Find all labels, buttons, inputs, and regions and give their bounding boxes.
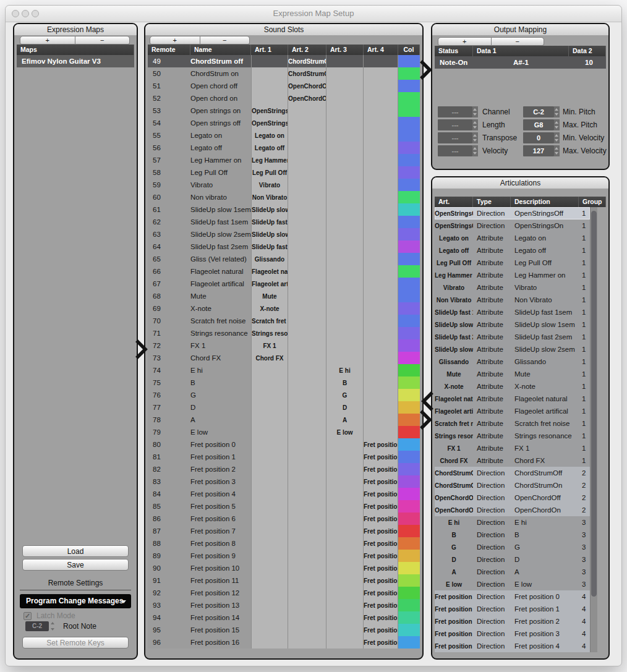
sound-slot-row[interactable]: 74E hiE hi [148, 364, 420, 376]
color-swatch[interactable] [398, 611, 420, 624]
stepper[interactable] [554, 119, 560, 130]
color-swatch[interactable] [398, 587, 420, 599]
color-swatch[interactable] [398, 401, 420, 414]
articulation-row[interactable]: OpenChordOnDirectionOpenChordOn2 [435, 504, 590, 516]
stepper[interactable] [554, 145, 560, 156]
sound-slot-row[interactable]: 91Fret position 11Fret position 11 [148, 574, 420, 587]
color-swatch[interactable] [398, 315, 420, 327]
sound-slot-row[interactable]: 57Leg Hammer onLeg Hammer on [148, 154, 420, 166]
sound-slot-row[interactable]: 54Open strings offOpenStringsOff [148, 117, 420, 129]
color-swatch[interactable] [398, 389, 420, 401]
stepper-up-icon[interactable] [555, 121, 558, 124]
articulation-row[interactable]: ChordStrumOnDirectionChordStrumOn2 [435, 479, 590, 491]
articulation-row[interactable]: Leg Hammer onAttributeLeg Hammer on1 [435, 269, 590, 281]
color-swatch[interactable] [398, 117, 420, 129]
remove-slot-button[interactable]: − [200, 36, 250, 45]
sound-slot-row[interactable]: 65Gliss (Vel related)Glissando [148, 253, 420, 265]
remove-output-button[interactable]: − [492, 37, 545, 46]
sound-slot-row[interactable]: 56Legato offLegato off [148, 142, 420, 154]
sound-slot-row[interactable]: 60Non vibratoNon Vibrato [148, 191, 420, 203]
sound-slot-row[interactable]: 62SlideUp fast 1semSlideUp fast 1sem [148, 216, 420, 228]
color-swatch[interactable] [398, 438, 420, 451]
sound-slot-row[interactable]: 63SlideUp slow 2semSlideUp slow 2sem [148, 228, 420, 240]
articulation-row[interactable]: Fret position 2DirectionFret position 24 [435, 615, 590, 627]
articulation-row[interactable]: SlideUp slow 1semAttributeSlideUp slow 1… [435, 318, 590, 331]
color-swatch[interactable] [398, 364, 420, 376]
max-velocity-value[interactable]: 127 [523, 145, 554, 156]
color-swatch[interactable] [398, 253, 420, 265]
max-pitch-value[interactable]: G8 [523, 119, 554, 130]
color-swatch[interactable] [398, 352, 420, 364]
color-swatch[interactable] [398, 129, 420, 142]
articulation-row[interactable]: GDirectionG3 [435, 541, 590, 553]
stepper-up-icon[interactable] [51, 622, 54, 624]
articulation-row[interactable]: DDirectionD3 [435, 553, 590, 566]
color-swatch[interactable] [398, 166, 420, 179]
color-swatch[interactable] [398, 599, 420, 611]
sound-slot-row[interactable]: 78AA [148, 414, 420, 426]
articulations-scrollbar[interactable] [590, 207, 597, 652]
articulation-row[interactable]: ADirectionA3 [435, 566, 590, 578]
articulation-row[interactable]: MuteAttributeMute1 [435, 368, 590, 380]
color-swatch[interactable] [398, 574, 420, 587]
sound-slot-row[interactable]: 96Fret position 16Fret position 16 [148, 636, 420, 649]
sound-slot-row[interactable]: 80Fret position 0Fret position 0 [148, 438, 420, 451]
color-swatch[interactable] [398, 537, 420, 550]
min-pitch-value[interactable]: C-2 [523, 106, 554, 117]
zoom-window-icon[interactable] [32, 10, 39, 17]
sound-slot-row[interactable]: 50ChordStrum onChordStrumOn [148, 67, 420, 80]
sound-slot-row[interactable]: 68MuteMute [148, 290, 420, 302]
color-swatch[interactable] [398, 414, 420, 426]
color-swatch[interactable] [398, 562, 420, 574]
color-swatch[interactable] [398, 451, 420, 463]
color-swatch[interactable] [398, 278, 420, 290]
stepper-up-icon[interactable] [555, 134, 558, 137]
add-output-button[interactable]: + [438, 37, 492, 46]
color-swatch[interactable] [398, 488, 420, 500]
articulation-row[interactable]: Non VibratoAttributeNon Vibrato1 [435, 294, 590, 306]
sound-slot-row[interactable]: 64SlideUp fast 2semSlideUp fast 2sem [148, 240, 420, 253]
articulation-row[interactable]: Scratch fret noiseAttributeScratch fret … [435, 417, 590, 430]
sound-slot-row[interactable]: 53Open strings onOpenStringsOn [148, 104, 420, 117]
sound-slot-row[interactable]: 70Scratch fret noiseScratch fret noise [148, 315, 420, 327]
sound-slot-row[interactable]: 51Open chord offOpenChordOff [148, 80, 420, 92]
articulation-row[interactable]: E hiDirectionE hi3 [435, 516, 590, 529]
sound-slot-row[interactable]: 76GG [148, 389, 420, 401]
color-swatch[interactable] [398, 636, 420, 649]
color-swatch[interactable] [398, 500, 420, 513]
articulation-row[interactable]: OpenStringsOffDirectionOpenStringsOff1 [435, 207, 590, 219]
sound-slot-row[interactable]: 73Chord FXChord FX [148, 352, 420, 364]
color-swatch[interactable] [398, 513, 420, 525]
sound-slot-row[interactable]: 83Fret position 3Fret position 3 [148, 475, 420, 488]
color-swatch[interactable] [398, 290, 420, 302]
stepper[interactable] [554, 106, 560, 117]
stepper-down-icon[interactable] [555, 126, 558, 129]
sound-slot-row[interactable]: 67Flageolet artificalFlageolet artifical [148, 278, 420, 290]
color-swatch[interactable] [398, 525, 420, 537]
stepper-up-icon[interactable] [555, 147, 558, 150]
color-swatch[interactable] [398, 463, 420, 475]
sound-slot-row[interactable]: 94Fret position 14Fret position 14 [148, 611, 420, 624]
color-swatch[interactable] [398, 265, 420, 278]
sound-slot-row[interactable]: 61SlideUp slow 1semSlideUp slow 1sem [148, 203, 420, 216]
sound-slot-row[interactable]: 49ChordStrum offChordStrumOff [148, 55, 420, 67]
color-swatch[interactable] [398, 240, 420, 253]
sound-slot-row[interactable]: 95Fret position 15Fret position 15 [148, 624, 420, 636]
load-button[interactable]: Load [22, 545, 129, 557]
sound-slot-row[interactable]: 89Fret position 9Fret position 9 [148, 550, 420, 562]
sound-slot-row[interactable]: 81Fret position 1Fret position 1 [148, 451, 420, 463]
latch-mode-checkbox[interactable]: ✓ [23, 612, 32, 620]
color-swatch[interactable] [398, 104, 420, 117]
root-note-stepper[interactable] [50, 621, 56, 631]
sound-slot-row[interactable]: 92Fret position 12Fret position 12 [148, 587, 420, 599]
articulation-row[interactable]: Flageolet artificalAttributeFlageolet ar… [435, 405, 590, 417]
color-swatch[interactable] [398, 339, 420, 352]
color-swatch[interactable] [398, 327, 420, 339]
stepper[interactable] [554, 132, 560, 143]
articulation-row[interactable]: VibratoAttributeVibrato1 [435, 281, 590, 294]
map-list-item[interactable]: Efimov Nylon Guitar V3 [17, 55, 134, 67]
articulation-row[interactable]: Flageolet naturalAttributeFlageolet natu… [435, 393, 590, 405]
root-note-value[interactable]: C-2 [25, 621, 49, 631]
articulation-row[interactable]: X-noteAttributeX-note1 [435, 380, 590, 393]
close-window-icon[interactable] [12, 10, 19, 17]
